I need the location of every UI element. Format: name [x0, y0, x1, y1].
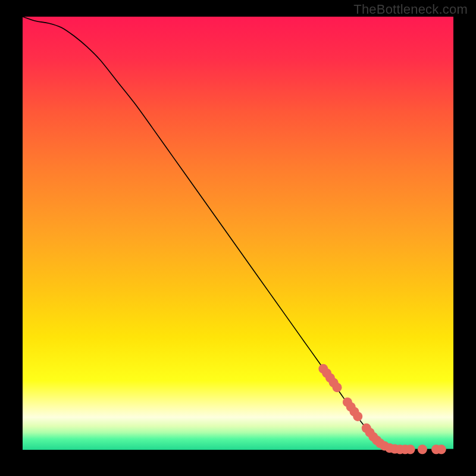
plot-background	[23, 17, 453, 450]
marker-dot	[406, 444, 415, 454]
marker-dot	[333, 383, 342, 392]
chart-canvas	[0, 0, 476, 476]
marker-dot	[418, 444, 427, 454]
watermark-text: TheBottleneck.com	[353, 2, 468, 17]
chart-stage: TheBottleneck.com	[0, 0, 476, 476]
marker-dot	[437, 444, 446, 454]
marker-dot	[353, 412, 362, 421]
